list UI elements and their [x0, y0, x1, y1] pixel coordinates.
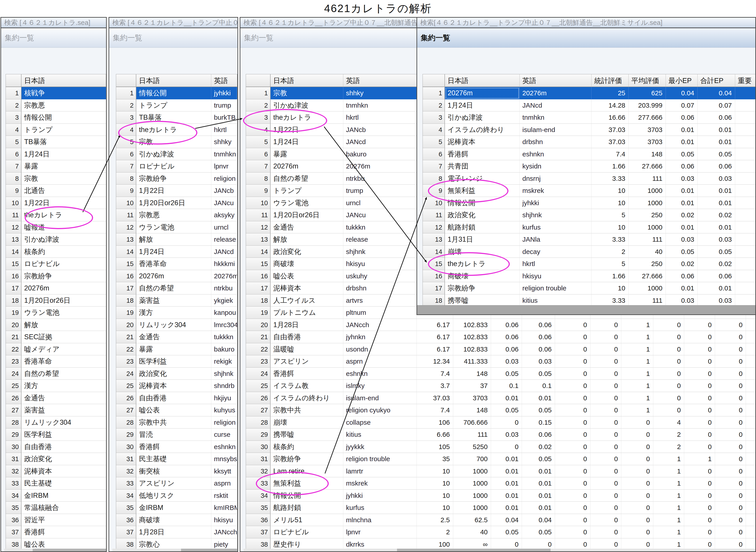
cell-japanese[interactable]: 北通告	[21, 184, 106, 197]
scrollbar-thumb[interactable]	[181, 549, 237, 551]
cell-english[interactable]: kitius	[520, 294, 592, 307]
cell-stat[interactable]: 0	[715, 368, 746, 380]
cell-english[interactable]: usondn	[343, 343, 417, 356]
cell-stat[interactable]: 0	[684, 441, 715, 453]
cell-min-ep[interactable]: 0.07	[666, 99, 698, 112]
cell-min-ep[interactable]: 0.01	[666, 124, 698, 136]
table-row[interactable]: 33 無策利益 mskrek 10 1000 0.01 0.01 0 0 0 1…	[246, 477, 756, 490]
cell-japanese[interactable]: 嘘報道	[21, 221, 106, 234]
cell-english[interactable]: trump	[211, 99, 237, 112]
cell-stat[interactable]: 0.01	[522, 465, 555, 477]
cell-stat[interactable]: 0.01	[491, 465, 522, 477]
cell-japanese[interactable]: 情報公開	[136, 87, 211, 99]
cell-stat[interactable]: 3703	[453, 392, 491, 404]
table-row[interactable]: 13 解放 release	[116, 233, 237, 246]
cell-avg-eval[interactable]: 40	[629, 246, 666, 258]
table-row[interactable]: 21 自由香港 jyhnkn 6.17 102.833 0.06 0.06 0 …	[246, 331, 756, 343]
cell-english[interactable]: rekigk	[211, 355, 237, 368]
cell-stat[interactable]: 706.666	[453, 416, 491, 429]
table-row[interactable]: 29 医学利益	[6, 428, 106, 441]
cell-stat[interactable]: 10	[417, 477, 453, 490]
cell-english[interactable]: tnmhkn	[211, 148, 237, 160]
table-row[interactable]: 13 引かぬ津波	[6, 233, 106, 246]
cell-avg-eval[interactable]: 1000	[629, 221, 666, 234]
cell-japanese[interactable]: 暴露	[136, 343, 211, 356]
cell-stat[interactable]: 0	[715, 331, 746, 343]
cell-japanese[interactable]: トランプ	[136, 99, 211, 112]
cell-avg-eval[interactable]: 27.666	[629, 270, 666, 282]
table-row[interactable]: 25 イスラム教 islmky 3.7 37 0.1 0.1 0 0 1 0 0…	[246, 380, 756, 392]
table-row[interactable]: 37 香港餌	[6, 526, 106, 538]
cell-stat[interactable]: 0	[621, 453, 653, 465]
table-row[interactable]: 28 リムリック304	[6, 416, 106, 429]
cell-japanese[interactable]: 1月31日	[445, 233, 520, 246]
cell-english[interactable]: islmky	[343, 380, 417, 392]
cell-japanese[interactable]: theカレトラ	[21, 209, 106, 221]
cell-stat[interactable]: 1	[621, 392, 653, 404]
table-row[interactable]: 35 航路封鎖 kurfus 10 1000 0.01 0.01 0 0 0 1…	[246, 502, 756, 514]
cell-stat[interactable]: 111	[453, 428, 491, 441]
cell-stat-eval[interactable]: 16.66	[592, 111, 629, 124]
horizontal-scrollbar[interactable]	[4, 549, 106, 551]
cell-japanese[interactable]: 暴露	[271, 148, 343, 160]
cell-min-ep[interactable]: 0.01	[666, 282, 698, 294]
cell-english[interactable]: hkrtl	[343, 111, 417, 124]
cell-english[interactable]: ntrkbu	[211, 282, 237, 294]
table-row[interactable]: 12 ウラン電池 urncl	[116, 221, 237, 234]
cell-english[interactable]: rsktit	[211, 490, 237, 502]
cell-english[interactable]: jyhkki	[211, 87, 237, 99]
table-row[interactable]: 36 商破壊 hkisyu	[116, 514, 237, 526]
table-row[interactable]: 26 金通告	[6, 392, 106, 404]
cell-english[interactable]: tukkkn	[343, 221, 417, 234]
cell-japanese[interactable]: 宗教紛争	[21, 270, 106, 282]
cell-stat[interactable]: 0	[684, 380, 715, 392]
cell-stat[interactable]: 0	[684, 319, 715, 331]
cell-english[interactable]: hkjiyu	[211, 392, 237, 404]
table-row[interactable]: 11 政治変化 shjhnk 5 250 0.02 0.02	[423, 209, 756, 221]
cell-stat[interactable]: 0.05	[491, 404, 522, 416]
cell-min-ep[interactable]: 0.06	[666, 160, 698, 172]
cell-stat[interactable]: 0.06	[522, 319, 555, 331]
cell-stat[interactable]: 0.06	[491, 331, 522, 343]
cell-japanese[interactable]: 香港餌	[445, 148, 520, 160]
cell-english[interactable]: JANcb	[343, 124, 417, 136]
cell-japanese[interactable]: 医学利益	[136, 355, 211, 368]
cell-avg-eval[interactable]: 250	[629, 209, 666, 221]
cell-stat[interactable]: 0	[590, 392, 621, 404]
col-header-important[interactable]: 重要	[735, 74, 756, 87]
table-row[interactable]: 3 情報公開	[6, 111, 106, 124]
cell-japanese[interactable]: 1月22日	[271, 124, 343, 136]
cell-avg-eval[interactable]: 111	[629, 294, 666, 307]
cell-stat[interactable]: 0.05	[491, 526, 522, 538]
cell-avg-eval[interactable]: 27.666	[629, 160, 666, 172]
cell-stat[interactable]: 0	[590, 441, 621, 453]
cell-stat[interactable]: 1	[621, 355, 653, 368]
table-row[interactable]: 5 TB暴落	[6, 136, 106, 148]
cell-stat[interactable]: 0	[555, 368, 590, 380]
table-row[interactable]: 11 宗教悪 aksyky	[116, 209, 237, 221]
cell-japanese[interactable]: 携帯嘘	[271, 428, 343, 441]
cell-stat[interactable]: 0	[715, 392, 746, 404]
cell-japanese[interactable]: 自然の希望	[136, 282, 211, 294]
table-row[interactable]: 10 情報公開 jyhkki 10 1000 0.01 0.01	[423, 197, 756, 209]
cell-stat[interactable]: 0.05	[522, 453, 555, 465]
cell-stat[interactable]: 0	[684, 514, 715, 526]
cell-stat[interactable]: 0.05	[522, 526, 555, 538]
cell-japanese[interactable]: 金通告	[21, 392, 106, 404]
cell-stat[interactable]: 0	[555, 502, 590, 514]
cell-english[interactable]: release	[211, 233, 237, 246]
cell-stat[interactable]: 0	[653, 368, 684, 380]
cell-stat[interactable]: 0	[715, 526, 746, 538]
cell-stat[interactable]: 0.05	[491, 368, 522, 380]
cell-english[interactable]: shjhnk	[211, 368, 237, 380]
cell-japanese[interactable]: 解放	[21, 319, 106, 331]
cell-japanese[interactable]: 航路封鎖	[445, 221, 520, 234]
cell-japanese[interactable]: 1月20日or26日	[271, 209, 343, 221]
cell-japanese[interactable]: 商破壊	[136, 514, 211, 526]
cell-english[interactable]: mskrek	[343, 477, 417, 490]
cell-japanese[interactable]: 1月24日	[21, 148, 106, 160]
cell-stat[interactable]: 0.01	[522, 392, 555, 404]
cell-english[interactable]: 20276m	[211, 270, 237, 282]
table-row[interactable]: 18 1月20日or26日	[6, 294, 106, 307]
cell-english[interactable]: asprn	[211, 477, 237, 490]
